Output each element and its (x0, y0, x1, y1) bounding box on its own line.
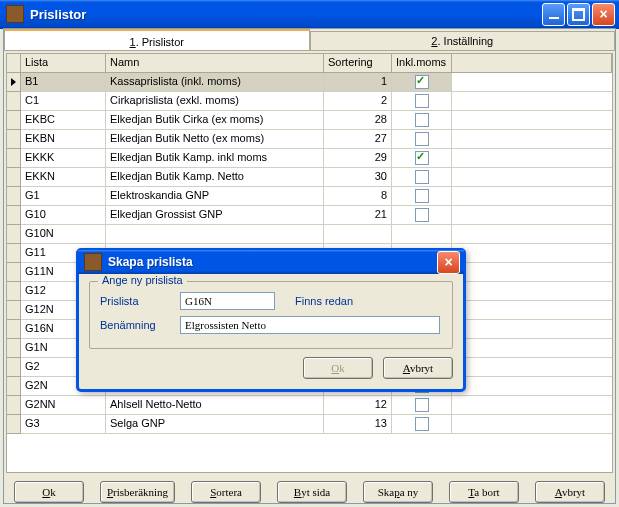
ok-button[interactable]: Ok (14, 481, 84, 503)
cell-sortering[interactable]: 12 (324, 396, 392, 415)
row-indicator (7, 320, 21, 339)
inklmoms-checkbox[interactable] (415, 398, 429, 412)
cell-inklmoms[interactable] (392, 187, 452, 206)
cell-sortering[interactable]: 21 (324, 206, 392, 225)
table-row[interactable]: G2NNAhlsell Netto-Netto12 (7, 396, 612, 415)
inklmoms-checkbox[interactable] (415, 151, 429, 165)
cell-inklmoms[interactable] (392, 130, 452, 149)
table-row[interactable]: B1Kassaprislista (inkl. moms)1 (7, 73, 612, 92)
table-row[interactable]: G10N (7, 225, 612, 244)
cell-lista[interactable]: EKKK (21, 149, 106, 168)
cell-inklmoms[interactable] (392, 415, 452, 434)
cell-sortering[interactable]: 28 (324, 111, 392, 130)
cell-namn[interactable]: Elektroskandia GNP (106, 187, 324, 206)
table-row[interactable]: G10Elkedjan Grossist GNP21 (7, 206, 612, 225)
row-indicator (7, 130, 21, 149)
skapany-button[interactable]: Skapa ny (363, 481, 433, 503)
cell-sortering[interactable]: 2 (324, 92, 392, 111)
cell-sortering[interactable]: 1 (324, 73, 392, 92)
inklmoms-checkbox[interactable] (415, 417, 429, 431)
cell-namn[interactable]: Elkedjan Grossist GNP (106, 206, 324, 225)
cell-sortering[interactable]: 13 (324, 415, 392, 434)
row-indicator (7, 377, 21, 396)
inklmoms-checkbox[interactable] (415, 189, 429, 203)
input-benamning[interactable] (180, 316, 440, 334)
cell-lista[interactable]: G2NN (21, 396, 106, 415)
table-row[interactable]: EKBCElkedjan Butik Cirka (ex moms)28 (7, 111, 612, 130)
cell-inklmoms[interactable] (392, 206, 452, 225)
input-prislista[interactable] (180, 292, 275, 310)
dialog-ok-button: Ok (303, 357, 373, 379)
cell-inklmoms[interactable] (392, 73, 452, 92)
inklmoms-checkbox[interactable] (415, 94, 429, 108)
bytsida-button[interactable]: Byt sida (277, 481, 347, 503)
maximize-button[interactable] (567, 3, 590, 26)
cell-inklmoms[interactable] (392, 92, 452, 111)
dialog-close-button[interactable]: × (437, 251, 460, 274)
dialog-group: Ange ny prislista Prislista Finns redan … (89, 281, 453, 349)
grid-header-lista[interactable]: Lista (21, 54, 106, 72)
table-row[interactable]: C1Cirkaprislista (exkl. moms)2 (7, 92, 612, 111)
cell-lista[interactable]: G3 (21, 415, 106, 434)
inklmoms-checkbox[interactable] (415, 113, 429, 127)
cell-rest (452, 225, 612, 244)
titlebar: Prislistor × (0, 0, 619, 29)
table-row[interactable]: EKKNElkedjan Butik Kamp. Netto30 (7, 168, 612, 187)
dialog-avbryt-button[interactable]: Avbryt (383, 357, 453, 379)
cell-inklmoms[interactable] (392, 168, 452, 187)
row-indicator (7, 244, 21, 263)
cell-namn[interactable]: Selga GNP (106, 415, 324, 434)
cell-inklmoms[interactable] (392, 225, 452, 244)
cell-lista[interactable]: B1 (21, 73, 106, 92)
table-row[interactable]: EKKKElkedjan Butik Kamp. inkl moms29 (7, 149, 612, 168)
sortera-button[interactable]: Sortera (191, 481, 261, 503)
grid-header-namn[interactable]: Namn (106, 54, 324, 72)
row-indicator (7, 339, 21, 358)
cell-namn[interactable]: Ahlsell Netto-Netto (106, 396, 324, 415)
inklmoms-checkbox[interactable] (415, 208, 429, 222)
inklmoms-checkbox[interactable] (415, 132, 429, 146)
cell-lista[interactable]: C1 (21, 92, 106, 111)
cell-lista[interactable]: EKKN (21, 168, 106, 187)
row-indicator (7, 149, 21, 168)
cell-namn[interactable]: Elkedjan Butik Cirka (ex moms) (106, 111, 324, 130)
prisberakning-button[interactable]: Prisberäkning (100, 481, 175, 503)
inklmoms-checkbox[interactable] (415, 170, 429, 184)
cell-inklmoms[interactable] (392, 111, 452, 130)
cell-inklmoms[interactable] (392, 149, 452, 168)
cell-namn[interactable]: Elkedjan Butik Kamp. Netto (106, 168, 324, 187)
cell-lista[interactable]: G10N (21, 225, 106, 244)
cell-namn[interactable]: Elkedjan Butik Netto (ex moms) (106, 130, 324, 149)
cell-namn[interactable]: Cirkaprislista (exkl. moms) (106, 92, 324, 111)
cell-lista[interactable]: EKBN (21, 130, 106, 149)
cell-namn[interactable] (106, 225, 324, 244)
inklmoms-checkbox[interactable] (415, 75, 429, 89)
cell-inklmoms[interactable] (392, 396, 452, 415)
cell-rest (452, 111, 612, 130)
tab-prislistor[interactable]: 1. Prislistor (4, 29, 310, 50)
close-button[interactable]: × (592, 3, 615, 26)
cell-sortering[interactable]: 29 (324, 149, 392, 168)
cell-sortering[interactable]: 8 (324, 187, 392, 206)
grid-header-sortering[interactable]: Sortering (324, 54, 392, 72)
cell-sortering[interactable]: 27 (324, 130, 392, 149)
cell-namn[interactable]: Kassaprislista (inkl. moms) (106, 73, 324, 92)
cell-rest (452, 149, 612, 168)
cell-sortering[interactable]: 30 (324, 168, 392, 187)
table-row[interactable]: G1Elektroskandia GNP8 (7, 187, 612, 206)
tabort-button[interactable]: Ta bort (449, 481, 519, 503)
tab-strip: 1. Prislistor 2. Inställning (4, 29, 615, 51)
avbryt-button[interactable]: Avbryt (535, 481, 605, 503)
cell-namn[interactable]: Elkedjan Butik Kamp. inkl moms (106, 149, 324, 168)
tab-installning[interactable]: 2. Inställning (310, 31, 616, 50)
cell-lista[interactable]: G10 (21, 206, 106, 225)
cell-sortering[interactable] (324, 225, 392, 244)
minimize-button[interactable] (542, 3, 565, 26)
cell-lista[interactable]: G1 (21, 187, 106, 206)
table-row[interactable]: G3Selga GNP13 (7, 415, 612, 434)
grid-header-inklmoms[interactable]: Inkl.moms (392, 54, 452, 72)
table-row[interactable]: EKBNElkedjan Butik Netto (ex moms)27 (7, 130, 612, 149)
row-indicator (7, 206, 21, 225)
row-indicator (7, 73, 21, 92)
cell-lista[interactable]: EKBC (21, 111, 106, 130)
